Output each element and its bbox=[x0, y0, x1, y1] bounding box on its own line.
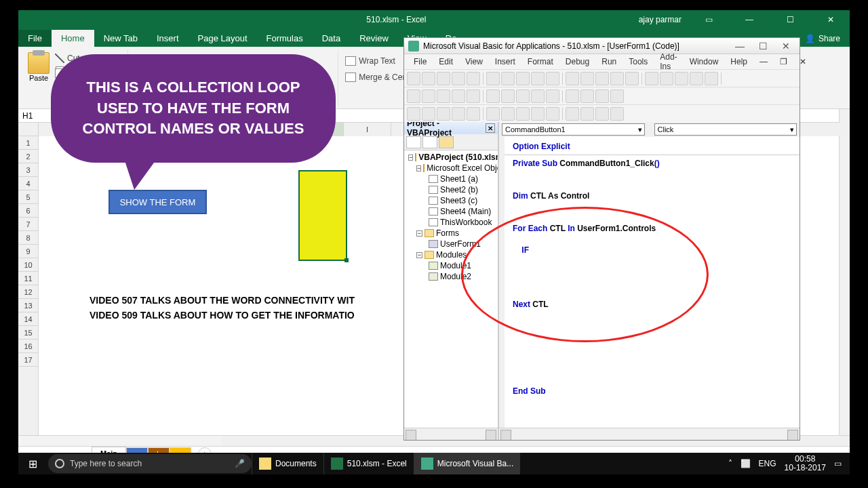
toolbar-icon[interactable] bbox=[705, 72, 718, 85]
rowhead-15[interactable]: 15 bbox=[18, 326, 38, 340]
tray-clock[interactable]: 00:58 10-18-2017 bbox=[785, 455, 826, 472]
toolbar-icon[interactable] bbox=[516, 89, 530, 103]
toolbar-icon[interactable] bbox=[546, 107, 559, 121]
tree-sheet4[interactable]: Sheet4 (Main) bbox=[406, 206, 496, 217]
menu-tools[interactable]: Tools bbox=[623, 56, 653, 68]
rowhead-7[interactable]: 7 bbox=[18, 218, 38, 231]
taskbar-excel[interactable]: 510.xlsm - Excel bbox=[323, 453, 414, 474]
colhead-i[interactable]: I bbox=[344, 123, 391, 136]
tree-thisworkbook[interactable]: ThisWorkbook bbox=[406, 217, 496, 228]
tab-file[interactable]: File bbox=[18, 30, 52, 47]
close-icon[interactable]: ✕ bbox=[817, 10, 844, 29]
formula-expand[interactable] bbox=[839, 109, 850, 123]
menu-window[interactable]: Window bbox=[684, 56, 724, 68]
taskbar-vbe[interactable]: Microsoft Visual Ba... bbox=[414, 453, 521, 474]
code-editor[interactable]: Option Explicit Private Sub CommandButto… bbox=[499, 137, 800, 428]
toolbar-icon[interactable] bbox=[486, 89, 500, 103]
paste-button[interactable]: Paste bbox=[25, 49, 52, 94]
rowhead-13[interactable]: 13 bbox=[18, 299, 38, 312]
toolbar-icon[interactable] bbox=[516, 72, 530, 85]
toolbar-icon[interactable] bbox=[467, 89, 480, 103]
selected-shape[interactable] bbox=[298, 170, 347, 261]
toolbar-icon[interactable] bbox=[566, 72, 579, 85]
menu-file[interactable]: File bbox=[408, 56, 432, 68]
tab-review[interactable]: Review bbox=[350, 30, 398, 47]
tree-module2[interactable]: Module2 bbox=[406, 271, 496, 282]
rowhead-4[interactable]: 4 bbox=[18, 177, 38, 190]
tree-sheet2[interactable]: Sheet2 (b) bbox=[406, 184, 496, 195]
toolbar-icon[interactable] bbox=[645, 72, 658, 85]
toolbar-icon[interactable] bbox=[467, 72, 480, 85]
proj-view-object-icon[interactable] bbox=[422, 136, 437, 148]
tab-formulas[interactable]: Formulas bbox=[257, 30, 313, 47]
toolbar-icon[interactable] bbox=[531, 107, 545, 121]
project-tree[interactable]: −VBAProject (510.xlsm) −Microsoft Excel … bbox=[404, 150, 498, 428]
tab-data[interactable]: Data bbox=[313, 30, 350, 47]
vbe-close-icon[interactable]: ✕ bbox=[776, 39, 795, 53]
tab-insert[interactable]: Insert bbox=[147, 30, 189, 47]
rowhead-3[interactable]: 3 bbox=[18, 163, 38, 177]
vbe-minimize-icon[interactable]: — bbox=[730, 39, 749, 53]
toolbar-icon[interactable] bbox=[407, 72, 420, 85]
rowhead-10[interactable]: 10 bbox=[18, 258, 38, 272]
menu-run[interactable]: Run bbox=[596, 56, 622, 68]
vbe-window[interactable]: Microsoft Visual Basic for Applications … bbox=[403, 37, 800, 441]
tray-lang[interactable]: ENG bbox=[759, 459, 776, 468]
toolbar-icon[interactable] bbox=[610, 72, 624, 85]
vertical-scrollbar[interactable] bbox=[839, 123, 850, 435]
tree-userform1[interactable]: UserForm1 bbox=[406, 239, 496, 249]
tab-pagelayout[interactable]: Page Layout bbox=[189, 30, 257, 47]
rowhead-16[interactable]: 16 bbox=[18, 340, 38, 353]
menu-format[interactable]: Format bbox=[522, 56, 559, 68]
toolbar-icon[interactable] bbox=[580, 107, 594, 121]
mdi-restore-icon[interactable]: ❐ bbox=[774, 55, 793, 68]
toolbar-icon[interactable] bbox=[422, 107, 435, 121]
ribbon-options-icon[interactable]: ▭ bbox=[695, 10, 722, 29]
mic-icon[interactable]: 🎤 bbox=[235, 459, 245, 468]
rowhead-5[interactable]: 5 bbox=[18, 190, 38, 204]
toolbar-icon[interactable] bbox=[437, 89, 450, 103]
project-close-icon[interactable]: ✕ bbox=[486, 123, 495, 133]
toolbar-icon[interactable] bbox=[580, 89, 594, 103]
toolbar-icon[interactable] bbox=[625, 72, 639, 85]
rowhead-9[interactable]: 9 bbox=[18, 245, 38, 258]
toolbar-icon[interactable] bbox=[452, 107, 465, 121]
rowhead-11[interactable]: 11 bbox=[18, 272, 38, 285]
proj-view-code-icon[interactable] bbox=[406, 136, 421, 148]
code-window[interactable]: CommandButton1 Click Option Explicit Pri… bbox=[499, 122, 800, 440]
maximize-icon[interactable]: ☐ bbox=[776, 10, 804, 29]
toolbar-icon[interactable] bbox=[546, 72, 559, 85]
taskbar-documents[interactable]: Documents bbox=[252, 453, 323, 474]
toolbar-icon[interactable] bbox=[467, 107, 480, 121]
toolbar-icon[interactable] bbox=[610, 107, 624, 121]
tree-module1[interactable]: Module1 bbox=[406, 260, 496, 271]
mdi-close-icon[interactable]: ✕ bbox=[794, 55, 812, 68]
toolbar-icon[interactable] bbox=[531, 89, 545, 103]
toolbar-icon[interactable] bbox=[690, 72, 703, 85]
procedure-dropdown[interactable]: Click bbox=[654, 123, 797, 136]
rowhead-1[interactable]: 1 bbox=[18, 136, 38, 150]
toolbar-icon[interactable] bbox=[675, 72, 688, 85]
tree-sheet1[interactable]: Sheet1 (a) bbox=[406, 174, 496, 184]
toolbar-icon[interactable] bbox=[531, 72, 545, 85]
toolbar-icon[interactable] bbox=[486, 107, 500, 121]
proj-folder-icon[interactable] bbox=[439, 136, 454, 148]
toolbar-icon[interactable] bbox=[501, 107, 515, 121]
object-dropdown[interactable]: CommandButton1 bbox=[502, 123, 645, 136]
rowhead-8[interactable]: 8 bbox=[18, 231, 38, 245]
toolbar-icon[interactable] bbox=[501, 72, 515, 85]
toolbar-icon[interactable] bbox=[407, 107, 420, 121]
menu-edit[interactable]: Edit bbox=[433, 56, 458, 68]
toolbar-icon[interactable] bbox=[610, 89, 624, 103]
rowhead-14[interactable]: 14 bbox=[18, 312, 38, 326]
rowhead-6[interactable]: 6 bbox=[18, 204, 38, 218]
tree-sheet3[interactable]: Sheet3 (c) bbox=[406, 195, 496, 206]
toolbar-icon[interactable] bbox=[407, 89, 420, 103]
toolbar-icon[interactable] bbox=[452, 89, 465, 103]
toolbar-icon[interactable] bbox=[452, 72, 465, 85]
toolbar-icon[interactable] bbox=[566, 89, 579, 103]
toolbar-icon[interactable] bbox=[501, 89, 515, 103]
rowhead-12[interactable]: 12 bbox=[18, 285, 38, 299]
toolbar-icon[interactable] bbox=[422, 72, 435, 85]
tray-network-icon[interactable]: ⬜ bbox=[741, 459, 751, 468]
